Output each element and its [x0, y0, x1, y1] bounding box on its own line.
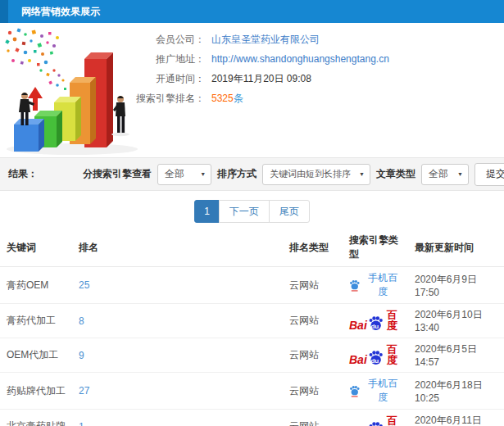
baidu-paw-icon [349, 384, 360, 397]
company-label: 会员公司： [123, 33, 205, 47]
table-row: 膏药OEM 25 云网站 手机百度 2020年6月9日 17:50 [0, 267, 504, 304]
baidu-paw-icon [349, 279, 360, 292]
rank-unit: 条 [234, 93, 243, 104]
rank-link[interactable]: 9 [79, 350, 84, 361]
company-link[interactable]: 山东皇圣堂药业有限公司 [211, 34, 320, 45]
rank-link[interactable]: 1 [79, 421, 84, 426]
filter-controls: 分搜索引擎查看 全部 ▼ 排序方式 关键词由短到长排序 ▼ 文章类型 全部 ▼ … [83, 163, 504, 186]
confetti-dots [5, 28, 66, 90]
open-time-label: 开通时间： [123, 72, 205, 86]
engine-filter-label: 分搜索引擎查看 [83, 167, 152, 181]
promo-url-link[interactable]: http://www.shandonghuangshengtang.cn [211, 53, 389, 65]
rank-type-cell: 云网站 [283, 373, 343, 410]
result-label: 结果： [8, 167, 38, 181]
table-header-row: 关键词 排名 排名类型 搜索引擎类型 最新更新时间 [0, 229, 504, 267]
col-rank-type: 排名类型 [283, 229, 343, 267]
keyword-ranking-table: 关键词 排名 排名类型 搜索引擎类型 最新更新时间 膏药OEM 25 云网站 手… [0, 229, 504, 426]
table-row: OEM代加工 9 云网站 Baidu百度 2020年6月5日 14:57 [0, 338, 504, 373]
baidu-paw-icon [368, 421, 384, 426]
page-title: 网络营销效果展示 [21, 6, 100, 17]
chevron-down-icon: ▼ [457, 171, 463, 177]
keyword-cell: 膏药代加工 [0, 304, 72, 338]
table-row: 药贴牌代加工 27 云网站 手机百度 2020年6月18日 10:25 [0, 373, 504, 410]
header-accent [0, 0, 8, 23]
promo-url-label: 推广地址： [123, 52, 205, 66]
pagination: 1 下一页 尾页 [0, 200, 504, 223]
rank-type-cell: 云网站 [283, 410, 343, 426]
col-updated: 最新更新时间 [408, 229, 504, 267]
baidu-logo: Baidu百度 [349, 310, 402, 331]
updated-cell: 2020年6月9日 17:50 [408, 267, 504, 304]
chevron-down-icon: ▼ [200, 171, 206, 177]
rank-link[interactable]: 8 [79, 315, 84, 327]
keyword-cell: 膏药OEM [0, 267, 72, 304]
col-rank: 排名 [72, 229, 283, 267]
col-engine-type: 搜索引擎类型 [343, 229, 408, 267]
col-keyword: 关键词 [0, 229, 72, 267]
keyword-cell: 北京膏药贴牌 [0, 410, 72, 426]
rank-link[interactable]: 27 [79, 385, 89, 397]
bar-blue [14, 119, 44, 152]
updated-cell: 2020年6月10日 13:40 [408, 304, 504, 338]
open-time-row: 开通时间：2019年11月20日 09:08 [123, 72, 389, 86]
filter-bar: 结果： 分搜索引擎查看 全部 ▼ 排序方式 关键词由短到长排序 ▼ 文章类型 全… [0, 157, 504, 191]
updated-cell: 2020年6月18日 10:25 [408, 373, 504, 410]
keyword-cell: 药贴牌代加工 [0, 373, 72, 410]
app-header: 网络营销效果展示 [0, 0, 504, 23]
baidu-logo: Baidu百度 [349, 415, 402, 426]
sort-value: 关键词由短到长排序 [270, 168, 359, 180]
company-row: 会员公司：山东皇圣堂药业有限公司 [123, 33, 389, 47]
mobile-baidu-badge: 手机百度 [349, 271, 402, 299]
rank-type-cell: 云网站 [283, 267, 343, 304]
last-page-button[interactable]: 尾页 [269, 200, 310, 223]
hero-section: 会员公司：山东皇圣堂药业有限公司 推广地址：http://www.shandon… [0, 23, 504, 157]
table-row: 膏药代加工 8 云网站 Baidu百度 2020年6月10日 13:40 [0, 304, 504, 338]
rank-type-cell: 云网站 [283, 304, 343, 338]
account-info: 会员公司：山东皇圣堂药业有限公司 推广地址：http://www.shandon… [123, 33, 389, 111]
updated-cell: 2020年6月5日 14:57 [408, 338, 504, 373]
next-page-button[interactable]: 下一页 [219, 200, 270, 223]
open-time-value: 2019年11月20日 09:08 [211, 73, 311, 84]
table-row: 北京膏药贴牌 1 云网站 Baidu百度 2020年6月11日 11:18 [0, 410, 504, 426]
page-1-button[interactable]: 1 [194, 200, 220, 223]
baidu-logo: Baidu百度 [349, 344, 402, 365]
rank-type-cell: 云网站 [283, 338, 343, 373]
engine-filter-value: 全部 [165, 167, 193, 181]
article-type-label: 文章类型 [376, 167, 415, 181]
sort-select[interactable]: 关键词由短到长排序 ▼ [262, 164, 370, 185]
mobile-baidu-badge: 手机百度 [349, 377, 402, 405]
updated-cell: 2020年6月11日 11:18 [408, 410, 504, 426]
submit-button[interactable]: 提交 [474, 163, 504, 186]
article-type-value: 全部 [429, 167, 456, 181]
rank-link[interactable]: 25 [79, 279, 89, 291]
chevron-down-icon: ▼ [359, 171, 365, 177]
article-type-select[interactable]: 全部 ▼ [421, 164, 469, 185]
engine-rank-label: 搜索引擎排名： [123, 92, 205, 106]
promo-url-row: 推广地址：http://www.shandonghuangshengtang.c… [123, 52, 389, 66]
rank-count: 5325 [211, 93, 234, 104]
sort-label: 排序方式 [217, 167, 257, 181]
engine-rank-row: 搜索引擎排名：5325条 [123, 92, 389, 106]
up-arrow [28, 87, 43, 111]
keyword-cell: OEM代加工 [0, 338, 72, 373]
engine-filter-select[interactable]: 全部 ▼ [157, 164, 211, 185]
